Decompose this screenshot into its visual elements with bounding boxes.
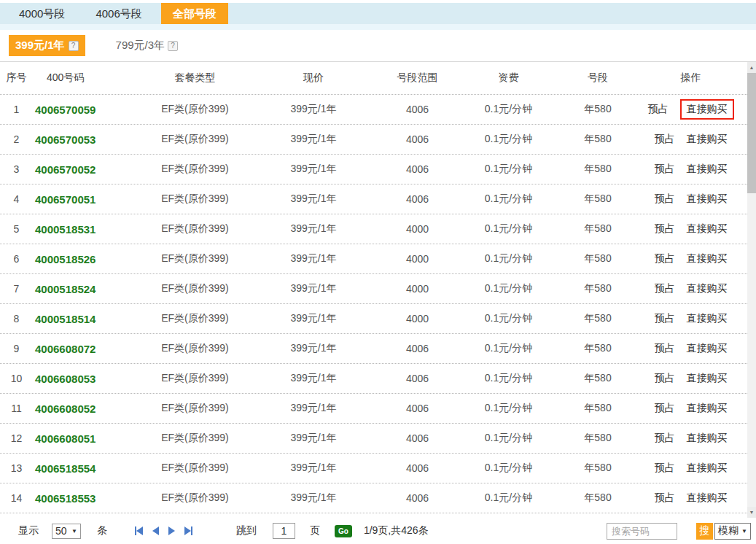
reserve-link[interactable]: 预占 bbox=[655, 163, 675, 176]
table-row: 64000518526EF类(原价399)399元/1年40000.1元/分钟年… bbox=[0, 244, 747, 274]
rate: 0.1元/分钟 bbox=[463, 103, 554, 116]
price-filter-399-button[interactable]: 399元/1年 ? bbox=[9, 35, 85, 56]
row-actions: 预占直接购买 bbox=[642, 282, 740, 295]
row-index: 4 bbox=[0, 193, 33, 205]
rate: 0.1元/分钟 bbox=[463, 372, 554, 385]
phone-number-link[interactable]: 4000518524 bbox=[33, 283, 135, 295]
search-button[interactable]: 搜 bbox=[696, 523, 713, 540]
phone-number-link[interactable]: 4006570051 bbox=[33, 193, 135, 206]
page-size-select[interactable]: 50 ▼ bbox=[52, 524, 81, 539]
table-row: 134006518554EF类(原价399)399元/1年40060.1元/分钟… bbox=[0, 454, 747, 483]
rate: 0.1元/分钟 bbox=[463, 222, 554, 236]
plan-type: EF类(原价399) bbox=[135, 312, 255, 325]
phone-number-link[interactable]: 4006570053 bbox=[33, 133, 135, 146]
scroll-up-icon[interactable]: ▲ bbox=[747, 62, 756, 73]
go-button[interactable]: Go bbox=[335, 525, 352, 537]
row-index: 8 bbox=[0, 313, 33, 325]
table-row: 104006608053EF类(原价399)399元/1年40060.1元/分钟… bbox=[0, 364, 747, 394]
phone-number-link[interactable]: 4006518553 bbox=[33, 492, 135, 505]
current-price: 399元/1年 bbox=[255, 312, 372, 325]
plan-type: EF类(原价399) bbox=[135, 462, 255, 475]
last-page-icon[interactable] bbox=[184, 526, 192, 535]
table-row: 14006570059EF类(原价399)399元/1年40060.1元/分钟年… bbox=[0, 95, 747, 125]
page-nav-arrows bbox=[135, 526, 192, 535]
buy-link[interactable]: 直接购买 bbox=[687, 222, 728, 236]
row-actions: 预占直接购买 bbox=[642, 342, 740, 355]
buy-link[interactable]: 直接购买 bbox=[687, 252, 728, 265]
price-filter-799-button[interactable]: 799元/3年 ? bbox=[116, 39, 179, 53]
reserve-link[interactable]: 预占 bbox=[655, 432, 675, 445]
reserve-link[interactable]: 预占 bbox=[655, 133, 675, 146]
phone-number-link[interactable]: 4006608052 bbox=[33, 403, 135, 415]
phone-number-link[interactable]: 4006570052 bbox=[33, 163, 135, 176]
table-row: 54000518531EF类(原价399)399元/1年40000.1元/分钟年… bbox=[0, 214, 747, 244]
reserve-link[interactable]: 预占 bbox=[655, 342, 675, 355]
buy-link[interactable]: 直接购买 bbox=[687, 282, 728, 295]
buy-link[interactable]: 直接购买 bbox=[687, 432, 728, 445]
plan-type: EF类(原价399) bbox=[135, 432, 255, 445]
buy-link[interactable]: 直接购买 bbox=[687, 163, 728, 176]
reserve-link[interactable]: 预占 bbox=[655, 402, 675, 415]
reserve-link[interactable]: 预占 bbox=[655, 372, 675, 385]
scrollbar-track[interactable] bbox=[747, 73, 756, 507]
row-actions: 预占直接购买 bbox=[642, 133, 740, 146]
table-row: 34006570052EF类(原价399)399元/1年40060.1元/分钟年… bbox=[0, 155, 747, 184]
phone-number-link[interactable]: 4006518554 bbox=[33, 462, 135, 475]
rate: 0.1元/分钟 bbox=[463, 491, 554, 505]
buy-link[interactable]: 直接购买 bbox=[687, 342, 728, 355]
current-price: 399元/1年 bbox=[255, 372, 372, 385]
page-number-input[interactable] bbox=[273, 523, 295, 539]
buy-link[interactable]: 直接购买 bbox=[687, 193, 728, 206]
buy-link[interactable]: 直接购买 bbox=[687, 312, 728, 325]
reserve-link[interactable]: 预占 bbox=[655, 491, 675, 505]
phone-number-link[interactable]: 4000518526 bbox=[33, 253, 135, 265]
buy-link-highlighted[interactable]: 直接购买 bbox=[680, 99, 734, 120]
search-input[interactable] bbox=[607, 523, 677, 540]
phone-number-link[interactable]: 4006608072 bbox=[33, 343, 135, 355]
reserve-link[interactable]: 预占 bbox=[655, 462, 675, 475]
first-page-icon[interactable] bbox=[135, 526, 143, 535]
current-price: 399元/1年 bbox=[255, 103, 372, 116]
buy-link[interactable]: 直接购买 bbox=[687, 491, 728, 505]
plan-type: EF类(原价399) bbox=[135, 372, 255, 385]
plan-type: EF类(原价399) bbox=[135, 282, 255, 295]
reserve-link[interactable]: 预占 bbox=[655, 282, 675, 295]
chevron-down-icon: ▼ bbox=[741, 528, 747, 535]
segment-fee: 年580 bbox=[554, 462, 642, 475]
buy-link[interactable]: 直接购买 bbox=[687, 372, 728, 385]
row-actions: 预占直接购买 bbox=[642, 222, 740, 236]
jump-to-label: 跳到 bbox=[236, 524, 257, 537]
help-icon[interactable]: ? bbox=[69, 41, 79, 51]
prev-page-icon[interactable] bbox=[152, 526, 159, 535]
phone-number-link[interactable]: 4006608051 bbox=[33, 432, 135, 445]
buy-link[interactable]: 直接购买 bbox=[687, 133, 728, 146]
tab-all-segments[interactable]: 全部号段 bbox=[161, 3, 228, 24]
price-filter-399-label: 399元/1年 bbox=[15, 39, 65, 53]
row-actions: 预占直接购买 bbox=[642, 372, 740, 385]
buy-link[interactable]: 直接购买 bbox=[687, 462, 728, 475]
current-price: 399元/1年 bbox=[255, 432, 372, 445]
reserve-link[interactable]: 预占 bbox=[655, 222, 675, 236]
reserve-link[interactable]: 预占 bbox=[655, 193, 675, 206]
next-page-icon[interactable] bbox=[168, 526, 175, 535]
phone-number-link[interactable]: 4006570059 bbox=[33, 104, 135, 116]
phone-number-link[interactable]: 4006608053 bbox=[33, 373, 135, 385]
match-mode-select[interactable]: 模糊 ▼ bbox=[714, 523, 751, 540]
phone-number-link[interactable]: 4000518531 bbox=[33, 223, 135, 236]
tab-4006-segment[interactable]: 4006号段 bbox=[84, 3, 153, 24]
phone-number-link[interactable]: 4000518514 bbox=[33, 313, 135, 325]
buy-link[interactable]: 直接购买 bbox=[687, 402, 728, 415]
row-actions: 预占直接购买 bbox=[642, 163, 740, 176]
segment-fee: 年580 bbox=[554, 432, 642, 445]
scroll-down-icon[interactable]: ▼ bbox=[747, 507, 756, 518]
reserve-link[interactable]: 预占 bbox=[655, 252, 675, 265]
scrollbar-thumb[interactable] bbox=[747, 73, 756, 193]
reserve-link[interactable]: 预占 bbox=[655, 312, 675, 325]
tab-4000-segment[interactable]: 4000号段 bbox=[7, 3, 77, 24]
help-icon[interactable]: ? bbox=[168, 41, 178, 51]
table-row: 124006608051EF类(原价399)399元/1年40060.1元/分钟… bbox=[0, 424, 747, 454]
row-index: 11 bbox=[0, 403, 33, 414]
plan-type: EF类(原价399) bbox=[135, 491, 255, 505]
vertical-scrollbar[interactable]: ▲ ▼ bbox=[747, 62, 756, 518]
reserve-link[interactable]: 预占 bbox=[648, 103, 669, 116]
